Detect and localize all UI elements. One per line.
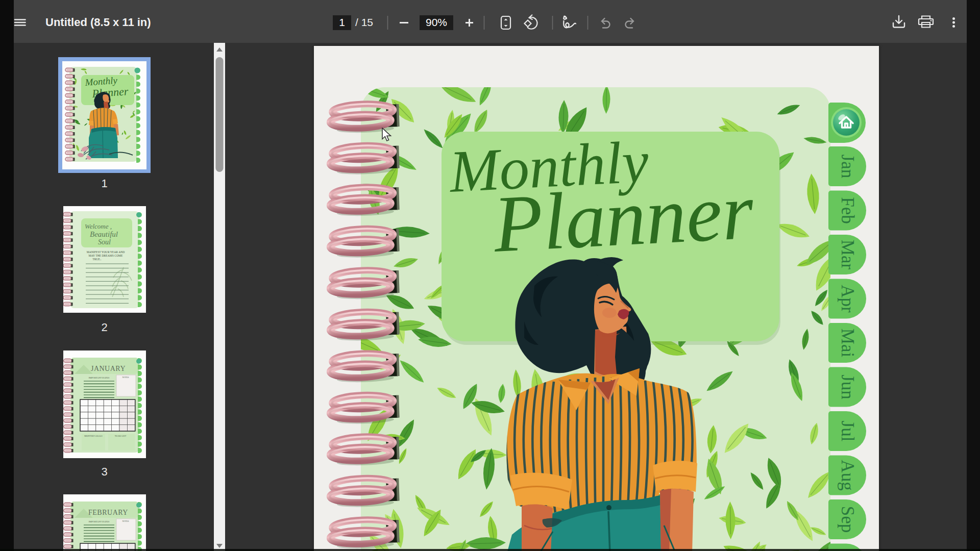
svg-text:Aug: Aug bbox=[838, 460, 857, 490]
svg-text:Sep: Sep bbox=[838, 506, 857, 533]
svg-text:FEBRUARY: FEBRUARY bbox=[88, 509, 128, 516]
svg-text:NOTES: NOTES bbox=[122, 520, 129, 522]
svg-text:MANIFEST YOUR YEAR AND: MANIFEST YOUR YEAR AND bbox=[87, 251, 125, 254]
svg-text:Jan: Jan bbox=[838, 155, 857, 179]
svg-text:Apr: Apr bbox=[838, 285, 857, 313]
svg-text:1: 1 bbox=[339, 16, 345, 28]
svg-text:Welcome ,: Welcome , bbox=[85, 222, 112, 230]
svg-text:Mai: Mai bbox=[838, 329, 857, 358]
svg-text:Jul: Jul bbox=[838, 421, 857, 442]
svg-text:IMPORTANT DATES: IMPORTANT DATES bbox=[89, 377, 110, 379]
svg-text:Untitled (8.5 x 11 in): Untitled (8.5 x 11 in) bbox=[45, 16, 151, 29]
svg-text:TO DO LIST: TO DO LIST bbox=[115, 435, 127, 437]
svg-text:MONTHLY GOALS: MONTHLY GOALS bbox=[84, 435, 103, 437]
svg-text:JANUARY: JANUARY bbox=[91, 365, 126, 372]
svg-text:IMPORTANT DATES: IMPORTANT DATES bbox=[89, 520, 110, 523]
svg-text:MAY THE DREAMS COME: MAY THE DREAMS COME bbox=[89, 254, 123, 257]
svg-text:NOTES: NOTES bbox=[122, 376, 129, 379]
svg-text:Mar: Mar bbox=[838, 240, 857, 270]
svg-text:Soul: Soul bbox=[98, 238, 111, 246]
svg-text:Jun: Jun bbox=[838, 374, 857, 399]
svg-text:Planner: Planner bbox=[491, 166, 756, 269]
svg-text:/ 15: / 15 bbox=[355, 16, 373, 28]
svg-text:Beautiful: Beautiful bbox=[90, 230, 118, 238]
svg-text:TRUE..: TRUE.. bbox=[92, 258, 102, 261]
svg-text:90%: 90% bbox=[426, 16, 447, 28]
svg-text:Feb: Feb bbox=[838, 197, 857, 224]
